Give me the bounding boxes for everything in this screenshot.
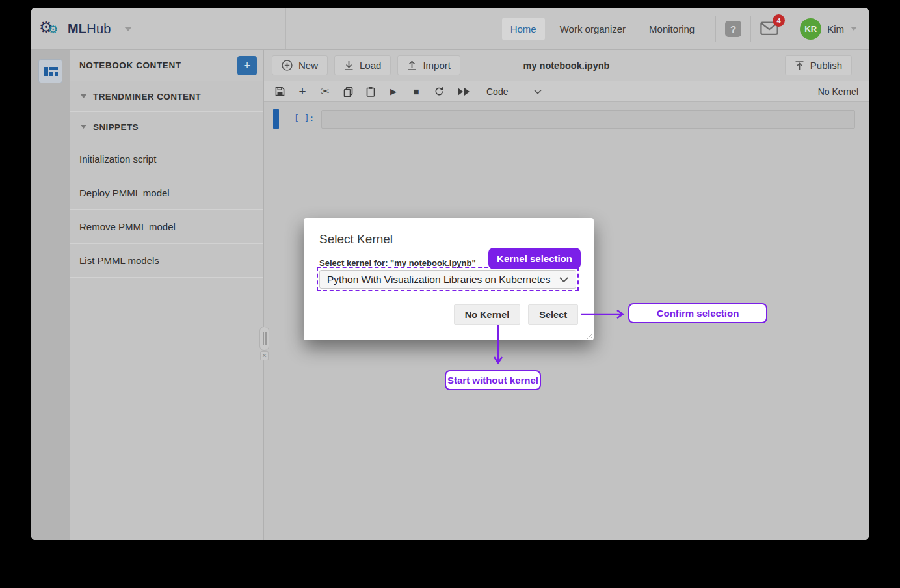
dialog-buttons: No Kernel Select: [454, 304, 578, 325]
sidebar-splitter[interactable]: ✕: [259, 327, 269, 360]
confirm-selection-annotation: Confirm selection: [628, 303, 767, 323]
brand[interactable]: ⚙⚙ MLHub: [31, 8, 286, 49]
run-all-icon[interactable]: [456, 86, 471, 98]
divider: [789, 16, 789, 42]
copy-icon[interactable]: [342, 86, 354, 98]
section-snippets[interactable]: SNIPPETS: [70, 112, 263, 142]
sidebar-notebook-content: NOTEBOOK CONTENT + TRENDMINER CONTENT SN…: [70, 50, 264, 540]
notifications-button[interactable]: 4: [760, 20, 780, 37]
select-kernel-dialog: Select Kernel Select kernel for: "my not…: [304, 218, 594, 340]
new-notebook-button[interactable]: New: [272, 55, 328, 75]
confirm-selection-arrow: [581, 309, 628, 319]
chevron-down-icon: [81, 125, 86, 129]
section-label: TRENDMINER CONTENT: [93, 92, 201, 101]
snippet-initialization-script[interactable]: Initialization script: [70, 142, 263, 176]
chevron-down-icon: [559, 277, 568, 282]
top-bar-right: Home Work organizer Monitoring ? 4 KR Ki…: [499, 8, 869, 49]
brand-name: MLHub: [68, 21, 111, 36]
snippet-deploy-pmml-model[interactable]: Deploy PMML model: [70, 176, 263, 210]
splitter-close-icon[interactable]: ✕: [260, 351, 269, 360]
user-menu-chevron-down-icon[interactable]: [851, 27, 857, 31]
notebook-filename: my notebook.ipynb: [523, 60, 610, 71]
layout-grid-icon: [44, 66, 58, 77]
brand-chevron-down-icon[interactable]: [124, 27, 132, 31]
help-icon[interactable]: ?: [725, 21, 741, 37]
restart-kernel-icon[interactable]: [433, 86, 445, 98]
cut-icon[interactable]: ✂: [319, 86, 331, 98]
add-cell-icon[interactable]: +: [297, 86, 308, 98]
dialog-title: Select Kernel: [319, 232, 393, 247]
no-kernel-button[interactable]: No Kernel: [454, 304, 521, 325]
section-label: SNIPPETS: [93, 122, 139, 132]
top-bar: ⚙⚙ MLHub Home Work organizer Monitoring …: [31, 8, 869, 50]
sidebar-title: NOTEBOOK CONTENT: [79, 60, 181, 70]
code-cell-input[interactable]: [321, 110, 855, 129]
layout-toggle-button[interactable]: [38, 59, 62, 83]
user-name: Kim: [827, 23, 844, 34]
tab-home[interactable]: Home: [502, 18, 545, 40]
left-rail: [31, 50, 70, 540]
snippet-remove-pmml-model[interactable]: Remove PMML model: [70, 210, 263, 244]
tab-monitoring[interactable]: Monitoring: [641, 18, 703, 40]
notebook-header: New Load Import: [264, 50, 869, 81]
brand-hub: Hub: [86, 21, 111, 36]
cell-prompt: [ ]:: [294, 113, 314, 123]
splitter-grip-handle[interactable]: [259, 327, 269, 351]
user-avatar[interactable]: KR: [800, 18, 821, 40]
run-icon[interactable]: ▶: [388, 86, 399, 98]
divider: [715, 16, 716, 42]
cell-type-select[interactable]: Code: [486, 87, 542, 97]
chevron-down-icon: [81, 94, 86, 98]
selected-cell-indicator: [273, 109, 279, 129]
notification-count-badge: 4: [773, 14, 785, 27]
load-notebook-button[interactable]: Load: [334, 55, 391, 75]
publish-button[interactable]: Publish: [785, 55, 852, 75]
dialog-resize-handle[interactable]: [586, 332, 592, 339]
kernel-dropdown-value: Python With Visualization Libraries on K…: [327, 274, 551, 286]
start-without-kernel-annotation: Start without kernel: [445, 370, 541, 390]
snippet-list-pmml-models[interactable]: List PMML models: [70, 244, 263, 278]
upload-icon: [407, 60, 417, 71]
tab-work-organizer[interactable]: Work organizer: [551, 18, 634, 40]
cell-toolbar: + ✂ ▶ ■: [264, 81, 869, 102]
brand-ml: ML: [68, 21, 86, 36]
import-label: Import: [423, 60, 451, 71]
kernel-selection-annotation-badge: Kernel selection: [488, 248, 581, 269]
publish-label: Publish: [810, 60, 842, 71]
divider: [750, 16, 751, 42]
kernel-dropdown[interactable]: Python With Visualization Libraries on K…: [319, 270, 576, 289]
select-kernel-button[interactable]: Select: [528, 304, 578, 325]
save-icon[interactable]: [274, 86, 285, 98]
circle-plus-icon: [282, 60, 293, 71]
screenshot-stage: ⚙⚙ MLHub Home Work organizer Monitoring …: [0, 0, 900, 588]
mlhub-logo-icon: ⚙⚙: [40, 19, 62, 38]
kernel-status: No Kernel: [818, 87, 869, 97]
start-without-kernel-arrow: [493, 325, 503, 368]
cell-type-value: Code: [486, 87, 508, 97]
publish-icon: [795, 60, 804, 71]
mlhub-app-window: ⚙⚙ MLHub Home Work organizer Monitoring …: [31, 8, 869, 540]
paste-icon[interactable]: [365, 86, 377, 98]
new-label: New: [298, 60, 318, 71]
stop-icon[interactable]: ■: [410, 86, 422, 98]
download-icon: [344, 60, 354, 71]
chevron-down-icon: [534, 89, 542, 94]
load-label: Load: [360, 60, 381, 71]
import-notebook-button[interactable]: Import: [397, 55, 460, 75]
section-trendminer-content[interactable]: TRENDMINER CONTENT: [70, 81, 263, 112]
sidebar-header: NOTEBOOK CONTENT +: [70, 50, 263, 81]
add-notebook-button[interactable]: +: [237, 56, 257, 75]
